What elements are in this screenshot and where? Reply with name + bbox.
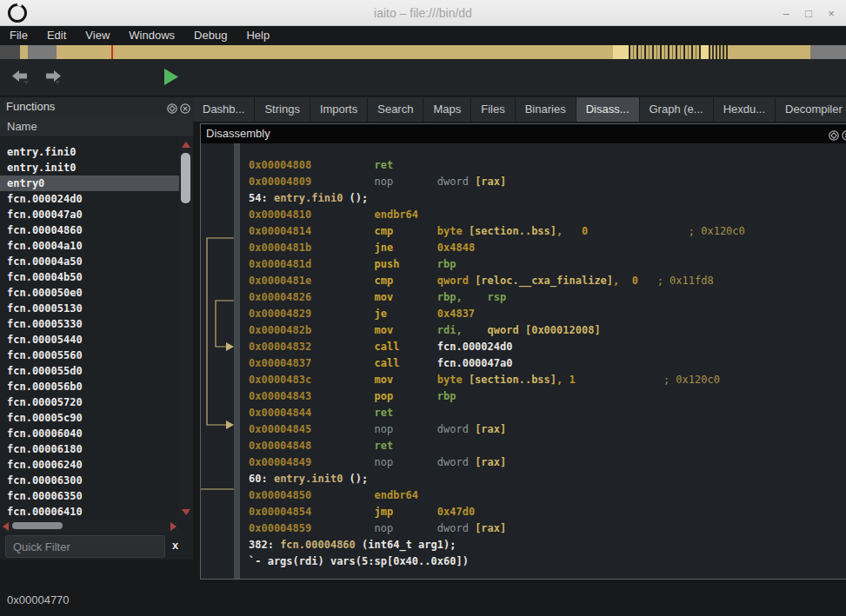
disassembly-line[interactable]: 0x00004854 jmp 0x47d0	[249, 504, 745, 520]
minimize-button[interactable]: –	[780, 7, 792, 20]
disassembly-content[interactable]: 0x00004808 ret0x00004809 nop dword [rax]…	[201, 143, 846, 579]
functions-vertical-scrollbar[interactable]	[179, 137, 192, 520]
disassembly-line[interactable]: 0x00004826 mov rbp, rsp	[249, 289, 745, 306]
tab-graph-e[interactable]: Graph (e...	[640, 97, 714, 122]
function-list-item[interactable]: fcn.00006040	[0, 426, 179, 441]
scroll-right-icon[interactable]	[170, 522, 177, 531]
menu-item-edit[interactable]: Edit	[37, 26, 76, 45]
disassembly-line[interactable]: 0x0000482b mov rdi, qword [0x00012008]	[249, 322, 745, 339]
disassembly-line[interactable]: 0x00004809 nop dword [rax]	[249, 174, 745, 190]
scroll-up-icon[interactable]	[182, 142, 190, 148]
disassembly-line[interactable]: 0x0000483c mov byte [section..bss], 1 ; …	[249, 372, 745, 388]
function-list-item[interactable]: entry.init0	[0, 160, 179, 176]
disassembly-line[interactable]: 0x00004837 call fcn.000047a0	[249, 355, 745, 372]
tab-binaries[interactable]: Binaries	[516, 97, 576, 122]
functions-panel-title: Functions	[0, 97, 193, 116]
tab-hexdu[interactable]: Hexdu...	[714, 97, 776, 122]
scroll-down-icon[interactable]	[182, 509, 190, 515]
functions-horizontal-scrollbar[interactable]	[0, 520, 179, 532]
tab-files[interactable]: Files	[471, 97, 515, 122]
function-list-item[interactable]: fcn.00005560	[0, 348, 179, 363]
vertical-scroll-thumb[interactable]	[181, 153, 190, 203]
disassembly-line[interactable]: 0x00004844 ret	[249, 405, 745, 421]
menu-bar: FileEditViewWindowsDebugHelp	[0, 26, 846, 45]
tab-imports[interactable]: Imports	[310, 97, 368, 122]
function-list-item[interactable]: fcn.000056b0	[0, 379, 179, 394]
menu-item-help[interactable]: Help	[236, 26, 279, 45]
function-list-item[interactable]: fcn.00005440	[0, 332, 179, 348]
disassembly-line[interactable]: 0x0000481b jne 0x4848	[249, 240, 745, 256]
tab-disass[interactable]: Disass...	[576, 97, 640, 122]
strip-section-dense	[629, 45, 701, 59]
function-list-item[interactable]: fcn.00005720	[0, 394, 179, 410]
function-list-item[interactable]: fcn.000050e0	[0, 285, 179, 301]
function-list-item[interactable]: fcn.00004b50	[0, 269, 179, 285]
functions-column-header[interactable]: Name	[0, 116, 193, 137]
function-list-item[interactable]: fcn.000055d0	[0, 363, 179, 379]
function-list-item[interactable]: fcn.00006410	[0, 504, 179, 520]
disassembly-line[interactable]: 0x00004848 ret	[249, 438, 745, 454]
horizontal-scroll-thumb[interactable]	[12, 522, 63, 529]
disassembly-line[interactable]: 0x0000481e cmp qword [reloc.__cxa_finali…	[249, 273, 745, 289]
quick-filter-input[interactable]	[5, 535, 165, 558]
function-list-item[interactable]: fcn.00005c90	[0, 410, 179, 426]
tab-search[interactable]: Search	[368, 97, 423, 122]
toolbar: D ▾	[0, 59, 846, 96]
function-list-item[interactable]: fcn.00006180	[0, 441, 179, 457]
close-icon[interactable]	[180, 102, 190, 112]
seek-position-marker	[111, 45, 113, 59]
disassembly-line[interactable]: 0x00004832 call fcn.000024d0	[249, 339, 745, 355]
disassembly-line[interactable]: 0x00004814 cmp byte [section..bss], 0 ; …	[249, 223, 745, 240]
function-list-item[interactable]: fcn.00006240	[0, 457, 179, 473]
filter-clear-button[interactable]: x	[172, 539, 178, 552]
function-list-item[interactable]: fcn.00005330	[0, 316, 179, 332]
tab-maps[interactable]: Maps	[423, 97, 471, 122]
function-list-item[interactable]: entry.fini0	[0, 144, 179, 160]
functions-list: entry.fini0entry.init0entry0fcn.000024d0…	[0, 137, 179, 520]
disassembly-line[interactable]: 0x00004849 nop dword [rax]	[249, 454, 745, 471]
function-list-item[interactable]: fcn.00006300	[0, 473, 179, 488]
forward-button[interactable]	[43, 69, 62, 86]
tab-dashb[interactable]: Dashb...	[193, 97, 255, 122]
function-list-item[interactable]: fcn.00004a10	[0, 238, 179, 254]
function-list-item[interactable]: fcn.000047a0	[0, 207, 179, 222]
scroll-left-icon[interactable]	[3, 522, 9, 531]
disassembly-line[interactable]: 54: entry.fini0 ();	[249, 190, 745, 207]
disassembly-line[interactable]: 0x00004829 je 0x4837	[249, 306, 745, 322]
menu-item-view[interactable]: View	[76, 26, 119, 45]
close-icon[interactable]	[842, 129, 846, 139]
function-list-item[interactable]: entry0	[0, 176, 179, 191]
tab-decompiler-e[interactable]: Decompiler (E...	[776, 97, 846, 122]
disassembly-line[interactable]: 0x00004808 ret	[249, 157, 745, 174]
function-list-item[interactable]: fcn.00005130	[0, 301, 179, 316]
function-list-item[interactable]: fcn.00004a50	[0, 254, 179, 269]
disassembly-line[interactable]: 0x0000481d push rbp	[249, 256, 745, 273]
window-controls: –□×	[780, 0, 837, 26]
play-icon	[163, 68, 179, 86]
disassembly-line[interactable]: 60: entry.init0 ();	[249, 471, 745, 487]
undock-icon[interactable]	[167, 102, 177, 112]
tab-strings[interactable]: Strings	[255, 97, 310, 122]
disassembly-panel: Disassembly 0x00004808 ret0x00004809 nop…	[200, 123, 846, 580]
close-button[interactable]: ×	[825, 7, 837, 20]
disassembly-line[interactable]: 0x00004845 nop dword [rax]	[249, 421, 745, 438]
function-list-item[interactable]: fcn.00006350	[0, 488, 179, 504]
disassembly-line[interactable]: 0x00004810 endbr64	[249, 207, 745, 223]
disassembly-line[interactable]: 0x00004859 nop dword [rax]	[249, 520, 745, 537]
back-button[interactable]	[11, 69, 30, 86]
disassembly-line[interactable]: 0x00004850 endbr64	[249, 487, 745, 504]
function-list-item[interactable]: fcn.000024d0	[0, 191, 179, 207]
menu-item-windows[interactable]: Windows	[119, 26, 184, 45]
disassembly-scrollbar[interactable]	[234, 143, 240, 579]
disassembly-line[interactable]: 0x00004843 pop rbp	[249, 388, 745, 405]
menu-item-debug[interactable]: Debug	[184, 26, 236, 45]
binary-overview-strip[interactable]	[0, 45, 846, 59]
function-list-item[interactable]: fcn.00004860	[0, 222, 179, 238]
undock-icon[interactable]	[829, 129, 839, 139]
menu-item-file[interactable]: File	[0, 26, 37, 45]
disassembly-line[interactable]: 382: fcn.00004860 (int64_t arg1);	[249, 537, 745, 553]
debug-start-button[interactable]	[163, 68, 179, 86]
disassembly-line[interactable]: `- args(rdi) vars(5:sp[0x40..0x60])	[249, 553, 745, 570]
maximize-button[interactable]: □	[803, 7, 815, 20]
back-icon	[11, 69, 30, 86]
